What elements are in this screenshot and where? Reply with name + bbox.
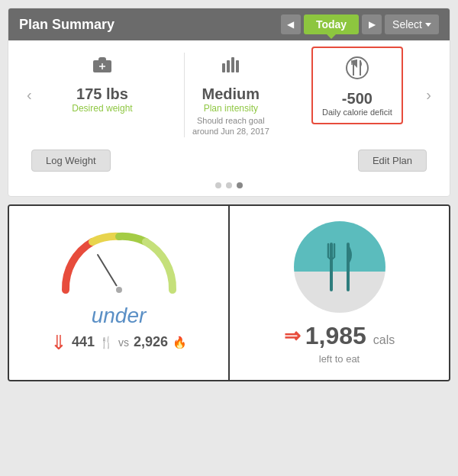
stat-intensity: Medium Plan intensity Should reach goala… (184, 53, 277, 137)
gauge-svg (50, 221, 188, 298)
svg-point-14 (115, 286, 123, 294)
plan-stats: 175 lbs Desired weight Medium Plan inten… (35, 53, 424, 137)
prev-date-button[interactable]: ◀ (281, 14, 301, 34)
food-utensils-icon (321, 240, 359, 294)
vs-text: vs (118, 336, 129, 349)
plan-summary-title: Plan Summary (19, 17, 114, 33)
dot-1 (215, 182, 221, 188)
gauge-container (50, 221, 188, 298)
bottom-panels: under ⇓ 441 🍴 vs 2,926 🔥 (8, 204, 450, 381)
food-panel: ⇒ 1,985 cals left to eat (230, 206, 449, 380)
intensity-label: Plan intensity (204, 103, 258, 114)
header-controls: ◀ Today ▶ Select (281, 14, 439, 34)
page-indicators (8, 182, 450, 196)
weight-value: 175 lbs (76, 85, 128, 103)
deficit-value: -500 (342, 90, 373, 108)
fork-icon-small: 🍴 (99, 336, 114, 349)
weight-icon (90, 53, 114, 82)
select-button[interactable]: Select (385, 14, 439, 34)
gauge-panel: under ⇓ 441 🍴 vs 2,926 🔥 (9, 206, 230, 380)
left-to-eat-label: left to eat (319, 353, 360, 365)
plan-header: Plan Summary ◀ Today ▶ Select (8, 8, 450, 40)
right-arrow-icon: ⇒ (284, 326, 301, 346)
svg-rect-5 (227, 60, 230, 72)
right-calories-row: ⇒ 1,985 cals (284, 322, 395, 350)
plan-actions: Log Weight Edit Plan (8, 145, 450, 182)
budget-calories: 2,926 (134, 334, 168, 350)
plan-summary-card: Plan Summary ◀ Today ▶ Select ‹ (8, 8, 450, 197)
deficit-label: Daily calorie deficit (322, 108, 392, 117)
today-button[interactable]: Today (304, 14, 359, 34)
next-date-button[interactable]: ▶ (362, 14, 382, 34)
intensity-sub: Should reach goalaround Jun 28, 2017 (192, 115, 269, 137)
svg-rect-4 (222, 63, 225, 72)
intensity-value: Medium (202, 85, 260, 103)
dot-3 (237, 182, 243, 188)
stat-deficit: -500 Daily calorie deficit (311, 47, 403, 124)
weight-label: Desired weight (72, 103, 132, 114)
dot-2 (226, 182, 232, 188)
cal-unit: cals (373, 333, 395, 346)
svg-line-13 (98, 255, 119, 290)
body-prev-button[interactable]: ‹ (24, 86, 35, 104)
eaten-calories: 441 (72, 334, 95, 350)
deficit-icon (344, 54, 371, 87)
fire-icon: 🔥 (173, 336, 187, 349)
status-label: under (92, 304, 147, 328)
right-cal-number: 1,985 cals (305, 322, 395, 350)
stat-weight: 175 lbs Desired weight (64, 53, 140, 114)
calories-row: ⇓ 441 🍴 vs 2,926 🔥 (50, 333, 187, 352)
log-weight-button[interactable]: Log Weight (31, 150, 111, 172)
svg-rect-6 (231, 57, 234, 72)
svg-rect-7 (236, 60, 239, 72)
svg-rect-1 (98, 57, 106, 62)
down-arrow-icon: ⇓ (50, 333, 67, 352)
plan-body: ‹ 175 lbs Desired weight (8, 40, 450, 145)
food-circle (294, 221, 385, 313)
edit-plan-button[interactable]: Edit Plan (358, 150, 427, 172)
body-next-button[interactable]: › (423, 86, 434, 104)
select-caret-icon (425, 23, 431, 27)
intensity-icon (218, 53, 243, 82)
